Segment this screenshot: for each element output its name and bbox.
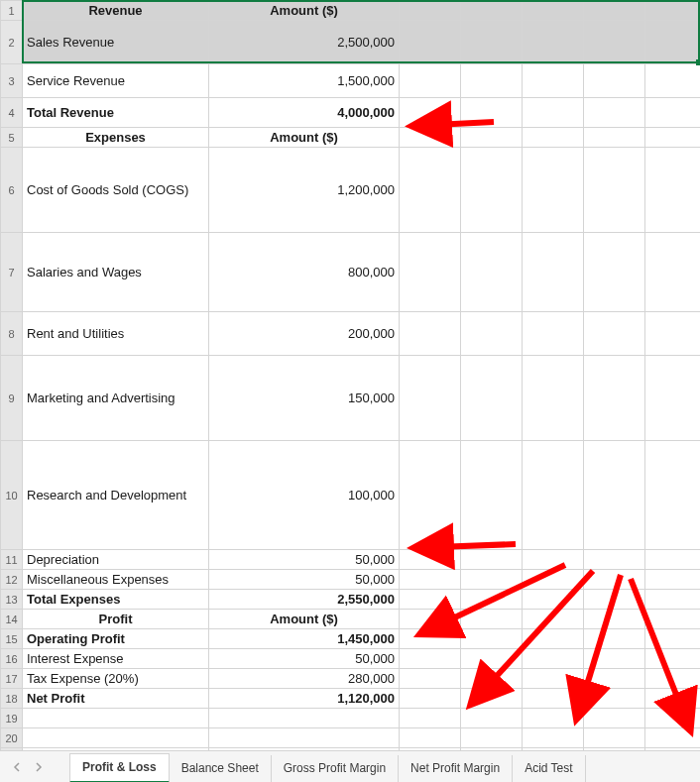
- cell[interactable]: 1,120,000: [209, 689, 400, 709]
- cell[interactable]: [645, 148, 700, 233]
- cell[interactable]: [523, 98, 584, 128]
- cell[interactable]: [584, 669, 645, 689]
- cell[interactable]: [523, 550, 584, 570]
- cell[interactable]: [584, 1, 645, 21]
- cell[interactable]: Research and Development: [23, 441, 209, 550]
- cell[interactable]: [523, 669, 584, 689]
- row-header[interactable]: 11: [1, 550, 23, 570]
- cell[interactable]: [461, 570, 523, 590]
- cell[interactable]: [645, 441, 700, 550]
- cell[interactable]: [523, 148, 584, 233]
- row-header[interactable]: 6: [1, 148, 23, 233]
- cell[interactable]: [584, 649, 645, 669]
- row-header[interactable]: 18: [1, 689, 23, 709]
- cell[interactable]: Amount ($): [209, 128, 400, 148]
- cell[interactable]: [523, 728, 584, 748]
- cell[interactable]: [523, 128, 584, 148]
- cell[interactable]: [645, 64, 700, 98]
- cell[interactable]: [523, 590, 584, 610]
- cell[interactable]: [461, 356, 523, 441]
- row-header[interactable]: 12: [1, 570, 23, 590]
- sheet-tab[interactable]: Profit & Loss: [69, 753, 170, 782]
- cell[interactable]: [400, 669, 461, 689]
- cell[interactable]: [584, 709, 645, 728]
- cell[interactable]: [523, 233, 584, 312]
- cell[interactable]: 4,000,000: [209, 98, 400, 128]
- cell[interactable]: [584, 128, 645, 148]
- cell[interactable]: [461, 669, 523, 689]
- sheet-tab[interactable]: Net Profit Margin: [399, 755, 513, 782]
- cell[interactable]: [645, 728, 700, 748]
- cell[interactable]: 1,200,000: [209, 148, 400, 233]
- cell[interactable]: [400, 570, 461, 590]
- row-header[interactable]: 8: [1, 312, 23, 356]
- cell[interactable]: [645, 233, 700, 312]
- cell[interactable]: Expenses: [23, 128, 209, 148]
- cell[interactable]: [461, 689, 523, 709]
- row-header[interactable]: 1: [1, 1, 23, 21]
- cell[interactable]: [400, 709, 461, 728]
- cell[interactable]: [461, 728, 523, 748]
- cell[interactable]: Sales Revenue: [23, 21, 209, 64]
- cell[interactable]: [461, 649, 523, 669]
- row-header[interactable]: 20: [1, 728, 23, 748]
- cell[interactable]: [461, 312, 523, 356]
- cell[interactable]: [584, 728, 645, 748]
- cell[interactable]: [523, 64, 584, 98]
- cell[interactable]: Amount ($): [209, 1, 400, 21]
- row-header[interactable]: 4: [1, 98, 23, 128]
- cell[interactable]: [523, 610, 584, 629]
- cell[interactable]: [400, 441, 461, 550]
- cell[interactable]: [645, 21, 700, 64]
- cell[interactable]: [461, 128, 523, 148]
- cell[interactable]: Salaries and Wages: [23, 233, 209, 312]
- cell[interactable]: [400, 21, 461, 64]
- cell[interactable]: [523, 312, 584, 356]
- cell[interactable]: [584, 629, 645, 649]
- cell[interactable]: [461, 441, 523, 550]
- cell[interactable]: Tax Expense (20%): [23, 669, 209, 689]
- cell[interactable]: [461, 148, 523, 233]
- cell[interactable]: [523, 649, 584, 669]
- cell[interactable]: Rent and Utilities: [23, 312, 209, 356]
- cell[interactable]: [645, 669, 700, 689]
- cell[interactable]: [645, 709, 700, 728]
- cell[interactable]: [645, 590, 700, 610]
- cell[interactable]: [645, 312, 700, 356]
- cell[interactable]: [461, 610, 523, 629]
- cell[interactable]: [400, 610, 461, 629]
- cell[interactable]: [584, 610, 645, 629]
- cell[interactable]: Depreciation: [23, 550, 209, 570]
- cell[interactable]: [23, 709, 209, 728]
- cell[interactable]: [461, 550, 523, 570]
- sheet-tab[interactable]: Balance Sheet: [170, 755, 272, 782]
- cell[interactable]: 150,000: [209, 356, 400, 441]
- cell[interactable]: [461, 709, 523, 728]
- cell[interactable]: [584, 550, 645, 570]
- cell[interactable]: [645, 689, 700, 709]
- cell[interactable]: [645, 570, 700, 590]
- cell[interactable]: [523, 629, 584, 649]
- cell[interactable]: [584, 356, 645, 441]
- cell[interactable]: [584, 21, 645, 64]
- cell[interactable]: 2,550,000: [209, 590, 400, 610]
- tab-nav-next[interactable]: [28, 756, 50, 778]
- cell[interactable]: [461, 64, 523, 98]
- cell[interactable]: [523, 709, 584, 728]
- cell[interactable]: [23, 728, 209, 748]
- cell[interactable]: Interest Expense: [23, 649, 209, 669]
- cell[interactable]: [523, 21, 584, 64]
- cell[interactable]: [645, 98, 700, 128]
- cell[interactable]: Net Profit: [23, 689, 209, 709]
- cell[interactable]: [523, 1, 584, 21]
- cell[interactable]: [400, 550, 461, 570]
- sheet-tab[interactable]: Gross Profit Margin: [272, 755, 399, 782]
- cell[interactable]: Total Revenue: [23, 98, 209, 128]
- cell[interactable]: [523, 356, 584, 441]
- cell[interactable]: [400, 128, 461, 148]
- cell[interactable]: Profit: [23, 610, 209, 629]
- cell[interactable]: [584, 233, 645, 312]
- cell[interactable]: [584, 148, 645, 233]
- row-header[interactable]: 17: [1, 669, 23, 689]
- cell[interactable]: [461, 21, 523, 64]
